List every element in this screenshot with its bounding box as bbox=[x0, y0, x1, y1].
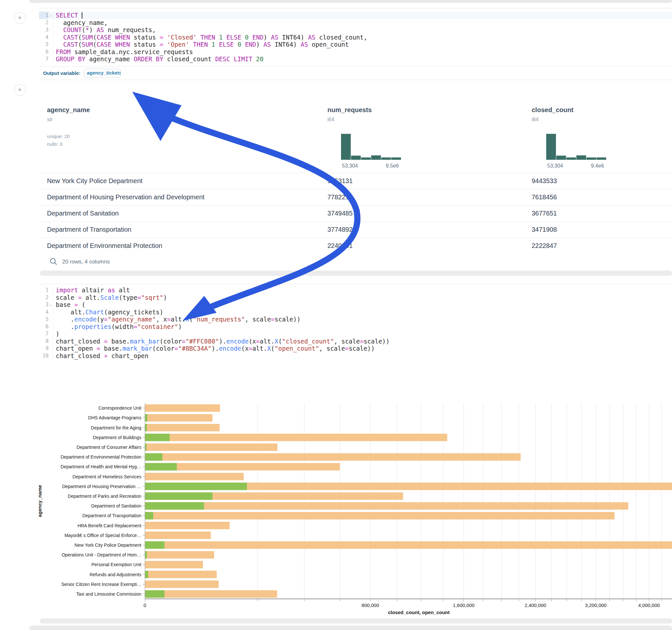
svg-text:Senior Citizen Rent Increase E: Senior Citizen Rent Increase Exempti… bbox=[61, 582, 141, 587]
line-number: 7 bbox=[39, 55, 49, 63]
fold-gutter bbox=[49, 26, 53, 34]
search-icon[interactable] bbox=[49, 257, 58, 266]
code-line[interactable]: 5 .encode(y="agency_name", x=alt.X("num_… bbox=[39, 316, 672, 323]
code-line[interactable]: 2 agency_name, bbox=[39, 19, 672, 27]
svg-text:Personal Exemption Unit: Personal Exemption Unit bbox=[91, 562, 141, 567]
svg-text:Department of Buildings: Department of Buildings bbox=[93, 435, 141, 440]
code-line[interactable]: 6 .properties(width="container") bbox=[39, 323, 672, 331]
output-variable-label: Output variable: bbox=[43, 70, 80, 76]
fold-gutter bbox=[49, 287, 53, 294]
python-cell-footer bbox=[40, 618, 672, 624]
svg-text:closed_count, open_count: closed_count, open_count bbox=[388, 610, 450, 615]
add-cell-button-2[interactable]: + bbox=[14, 84, 26, 96]
table-cell: 2222847 bbox=[532, 238, 557, 253]
code-line[interactable]: 3⌄base = ( bbox=[39, 301, 672, 309]
output-variable-bar: Output variable: agency_tickets bbox=[39, 66, 672, 80]
code-line[interactable]: 1import altair as alt bbox=[39, 287, 672, 294]
table-cell: Department of Environmental Protection bbox=[47, 238, 162, 253]
sql-code-editor[interactable]: 1⌄SELECT 2 agency_name,3 COUNT(*) AS num… bbox=[39, 12, 672, 63]
svg-text:Department for the Aging: Department for the Aging bbox=[91, 425, 141, 430]
code-text: COUNT(*) AS num_requests, bbox=[53, 26, 156, 34]
code-line[interactable]: 8chart_closed = base.mark_bar(color="#FF… bbox=[39, 338, 672, 345]
svg-text:Refunds and Adjustments: Refunds and Adjustments bbox=[90, 572, 141, 577]
add-cell-button[interactable]: + bbox=[14, 12, 26, 24]
svg-text:Department of Parks and Recrea: Department of Parks and Recreation bbox=[68, 493, 141, 499]
code-text: CAST(SUM(CASE WHEN status = 'Closed' THE… bbox=[53, 34, 367, 41]
output-variable-input[interactable]: agency_tickets bbox=[83, 69, 121, 78]
code-line[interactable]: 9chart_open = base.mark_bar(color="#8BC3… bbox=[39, 345, 672, 352]
fold-gutter bbox=[49, 323, 53, 331]
line-number: 2 bbox=[39, 294, 49, 301]
line-number: 8 bbox=[39, 338, 49, 345]
python-code-editor[interactable]: 1import altair as alt2scale = alt.Scale(… bbox=[39, 287, 672, 359]
hist-max-label: 9.4e6 bbox=[591, 163, 604, 169]
line-number: 7 bbox=[39, 330, 49, 338]
hist-max-label: 9.5e6 bbox=[386, 163, 399, 169]
code-line[interactable]: 3 COUNT(*) AS num_requests, bbox=[39, 26, 672, 34]
svg-text:Department of Consumer Affairs: Department of Consumer Affairs bbox=[76, 445, 141, 450]
code-line[interactable]: 6FROM sample_data.nyc.service_requests bbox=[39, 48, 672, 56]
table-row: New York City Police Department945313194… bbox=[39, 173, 672, 189]
table-row: Department of Housing Preservation and D… bbox=[39, 189, 672, 205]
fold-gutter bbox=[49, 41, 53, 48]
code-line[interactable]: 10chart_closed + chart_open bbox=[39, 352, 672, 360]
fold-gutter bbox=[49, 55, 53, 63]
code-line[interactable]: 7GROUP BY agency_name ORDER BY closed_co… bbox=[39, 55, 672, 63]
code-line[interactable]: 5 CAST(SUM(CASE WHEN status = 'Open' THE… bbox=[39, 41, 672, 48]
fold-arrow-icon[interactable]: ⌄ bbox=[49, 301, 53, 309]
svg-text:Taxi and Limousine Commission: Taxi and Limousine Commission bbox=[76, 591, 141, 597]
column-header-closed-count[interactable]: closed_count bbox=[532, 106, 573, 114]
code-line[interactable]: 4 alt.Chart(agency_tickets) bbox=[39, 309, 672, 316]
code-text: FROM sample_data.nyc.service_requests bbox=[53, 48, 193, 56]
line-number: 1 bbox=[39, 12, 49, 19]
column-type-agency-name: str bbox=[47, 117, 53, 122]
closed-count-histogram bbox=[546, 134, 606, 161]
svg-text:Department of Environmental Pr: Department of Environmental Protection bbox=[61, 454, 141, 460]
table-cell: 3677651 bbox=[532, 205, 557, 221]
next-cell-edge bbox=[29, 626, 672, 630]
code-line[interactable]: 1⌄SELECT bbox=[39, 12, 672, 19]
code-text: GROUP BY agency_name ORDER BY closed_cou… bbox=[53, 55, 264, 63]
code-line[interactable]: 7) bbox=[39, 330, 672, 338]
fold-gutter bbox=[49, 352, 53, 360]
table-cell: 3749485 bbox=[328, 205, 353, 221]
code-text: ) bbox=[53, 330, 59, 338]
column-header-num-requests[interactable]: num_requests bbox=[328, 106, 372, 114]
svg-text:800,000: 800,000 bbox=[361, 602, 379, 608]
fold-gutter bbox=[49, 294, 53, 301]
line-number: 5 bbox=[39, 41, 49, 48]
code-text: alt.Chart(agency_tickets) bbox=[53, 309, 163, 316]
svg-text:4,000,000: 4,000,000 bbox=[638, 602, 660, 608]
svg-text:New York City Police Departmen: New York City Police Department bbox=[75, 542, 141, 548]
line-number: 9 bbox=[39, 345, 49, 352]
svg-text:Operations Unit - Department o: Operations Unit - Department of Hom… bbox=[62, 552, 141, 557]
code-text: scale = alt.Scale(type="sqrt") bbox=[53, 294, 167, 301]
svg-text:Mayorâ€ s Office of Special En: Mayorâ€ s Office of Special Enforce… bbox=[65, 533, 141, 538]
table-cell: 2240041 bbox=[328, 238, 353, 253]
column-header-agency-name[interactable]: agency_name bbox=[47, 106, 90, 114]
code-line[interactable]: 2scale = alt.Scale(type="sqrt") bbox=[39, 294, 672, 301]
code-text: chart_open = base.mark_bar(color="#8BC34… bbox=[53, 345, 375, 352]
line-number: 6 bbox=[39, 323, 49, 331]
svg-text:Department of Homeless Service: Department of Homeless Services bbox=[73, 474, 141, 479]
hist-min-label: 53,304 bbox=[342, 163, 358, 169]
code-text: CAST(SUM(CASE WHEN status = 'Open' THEN … bbox=[53, 41, 349, 48]
column-type-closed-count: i64 bbox=[532, 117, 538, 122]
fold-arrow-icon[interactable]: ⌄ bbox=[49, 12, 53, 19]
line-number: 3 bbox=[39, 26, 49, 34]
notebook-page: + + 1⌄SELECT 2 agency_name,3 COUNT(*) AS… bbox=[0, 0, 672, 630]
hist-min-label: 53,304 bbox=[547, 163, 563, 169]
svg-text:1,600,000: 1,600,000 bbox=[453, 602, 475, 608]
column-stat-nulls: nulls: 0 bbox=[47, 141, 63, 147]
table-row-count: 20 rows, 4 columns bbox=[62, 259, 110, 265]
line-number: 4 bbox=[39, 34, 49, 41]
svg-text:HRA Benefit Card Replacement: HRA Benefit Card Replacement bbox=[77, 523, 141, 528]
fold-gutter bbox=[49, 345, 53, 352]
table-cell: 9453131 bbox=[328, 173, 353, 189]
fold-gutter bbox=[49, 330, 53, 338]
fold-gutter bbox=[49, 34, 53, 41]
column-type-num-requests: i64 bbox=[328, 117, 334, 122]
code-line[interactable]: 4 CAST(SUM(CASE WHEN status = 'Closed' T… bbox=[39, 34, 672, 41]
column-stat-unique: unique: 20 bbox=[47, 134, 70, 139]
line-number: 2 bbox=[39, 19, 49, 27]
